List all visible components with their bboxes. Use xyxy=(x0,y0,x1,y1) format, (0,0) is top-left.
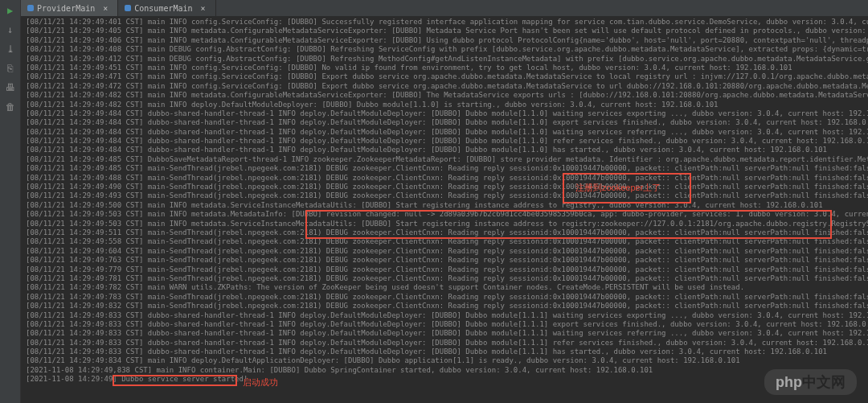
log-line: [2021-11-08 14:29:49] Dubbo service serv… xyxy=(26,375,868,384)
log-line: [08/11/21 14:29:49:832 CST] main-SendThr… xyxy=(26,302,868,310)
log-line: [08/11/21 14:29:49:763 CST] main-SendThr… xyxy=(26,256,868,265)
tab-consumermain[interactable]: ConsumerMain× xyxy=(118,0,215,16)
console-output[interactable]: [08/11/21 14:29:49:401 CST] main INFO co… xyxy=(21,16,868,403)
log-line: [08/11/21 14:29:49:490 CST] main-SendThr… xyxy=(26,183,868,191)
log-line: [08/11/21 14:29:49:834 CST] main INFO de… xyxy=(26,356,868,365)
close-icon[interactable]: × xyxy=(201,4,206,13)
log-line: [08/11/21 14:29:49:485 CST] main-SendThr… xyxy=(26,164,868,173)
log-line: [08/11/21 14:29:49:833 CST] dubbo-shared… xyxy=(26,329,868,338)
log-line: [08/11/21 14:29:49:484 CST] dubbo-shared… xyxy=(26,109,868,118)
log-line: [08/11/21 14:29:49:503 CST] main INFO me… xyxy=(26,220,868,228)
tab-label: ProviderMain xyxy=(37,4,95,13)
log-line: [08/11/21 14:29:49:783 CST] main-SendThr… xyxy=(26,293,868,302)
debug-icon[interactable]: ⤓ xyxy=(6,43,14,55)
log-line: [08/11/21 14:29:49:482 CST] main INFO de… xyxy=(26,101,868,109)
log-line: [08/11/21 14:29:49:406 CST] main INFO me… xyxy=(26,36,868,45)
run-config-icon xyxy=(125,5,131,11)
log-line: [08/11/21 14:29:49:484 CST] dubbo-shared… xyxy=(26,137,868,146)
tab-providermain[interactable]: ProviderMain× xyxy=(21,0,118,16)
log-line: [08/11/21 14:29:49:401 CST] main INFO co… xyxy=(26,18,868,27)
tab-label: ConsumerMain xyxy=(134,4,192,13)
print-icon[interactable]: 🖶 xyxy=(6,82,15,93)
log-line: [08/11/21 14:29:49:488 CST] main-SendThr… xyxy=(26,174,868,183)
log-line: [08/11/21 14:29:49:451 CST] main INFO co… xyxy=(26,64,868,72)
log-line: [08/11/21 14:29:49:503 CST] main INFO me… xyxy=(26,210,868,219)
trash-icon[interactable]: 🗑 xyxy=(6,101,15,113)
close-icon[interactable]: × xyxy=(103,4,108,13)
log-line: [08/11/21 14:29:49:405 CST] main INFO me… xyxy=(26,27,868,35)
log-line: [08/11/21 14:29:49:482 CST] main INFO me… xyxy=(26,91,868,100)
log-line: [08/11/21 14:29:49:484 CST] dubbo-shared… xyxy=(26,118,868,127)
tool-gutter: ▶↓⤓⎘🖶🗑 xyxy=(0,0,21,403)
log-line: [08/11/21 14:29:49:484 CST] dubbo-shared… xyxy=(26,146,868,154)
run-tabs: ProviderMain×ConsumerMain× xyxy=(21,0,868,16)
dump-icon[interactable]: ⎘ xyxy=(7,63,13,74)
run-config-icon xyxy=(27,5,34,11)
log-line: [08/11/21 14:29:49:485 CST] DubboSaveMet… xyxy=(26,155,868,164)
log-line: [2021-11-08 14:29:49,838 CST] main INFO … xyxy=(26,366,868,375)
log-line: [08/11/21 14:29:49:558 CST] main-SendThr… xyxy=(26,237,868,246)
log-line: [08/11/21 14:29:49:500 CST] main INFO me… xyxy=(26,201,868,210)
log-line: [08/11/21 14:29:49:484 CST] dubbo-shared… xyxy=(26,128,868,137)
log-line: [08/11/21 14:29:49:511 CST] main-SendThr… xyxy=(26,228,868,237)
log-line: [08/11/21 14:29:49:833 CST] dubbo-shared… xyxy=(26,347,868,356)
log-line: [08/11/21 14:29:49:833 CST] dubbo-shared… xyxy=(26,311,868,320)
stop-icon[interactable]: ↓ xyxy=(7,24,13,35)
log-line: [08/11/21 14:29:49:833 CST] dubbo-shared… xyxy=(26,320,868,329)
log-line: [08/11/21 14:29:49:472 CST] main INFO co… xyxy=(26,82,868,91)
log-line: [08/11/21 14:29:49:781 CST] main-SendThr… xyxy=(26,274,868,283)
rerun-icon[interactable]: ▶ xyxy=(7,5,13,16)
log-line: [08/11/21 14:29:49:408 CST] main DEBUG c… xyxy=(26,45,868,54)
log-line: [08/11/21 14:29:49:471 CST] main INFO co… xyxy=(26,72,868,81)
watermark: php中文网 xyxy=(764,369,857,395)
log-line: [08/11/21 14:29:49:833 CST] dubbo-shared… xyxy=(26,339,868,347)
log-line: [08/11/21 14:29:49:782 CST] main WARN ut… xyxy=(26,283,868,292)
log-line: [08/11/21 14:29:49:779 CST] main-SendThr… xyxy=(26,265,868,274)
log-line: [08/11/21 14:29:49:604 CST] main-SendThr… xyxy=(26,247,868,256)
log-line: [08/11/21 14:29:49:412 CST] main DEBUG c… xyxy=(26,55,868,64)
log-line: [08/11/21 14:29:49:493 CST] main-SendThr… xyxy=(26,191,868,200)
